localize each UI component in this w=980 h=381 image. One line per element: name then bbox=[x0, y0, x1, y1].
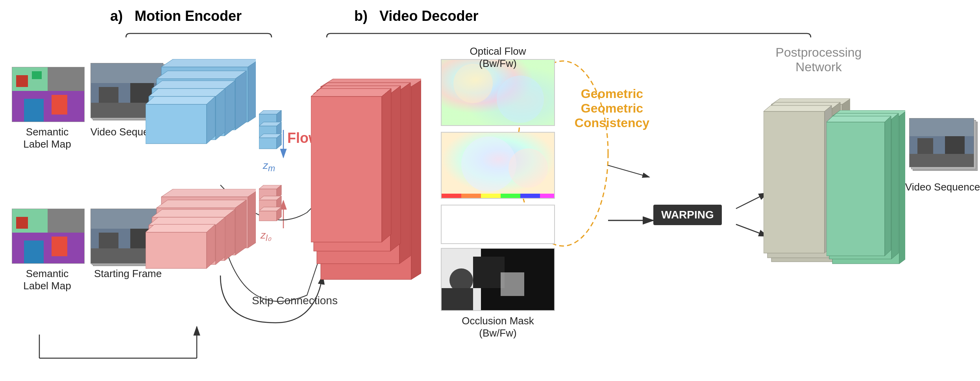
svg-rect-33 bbox=[52, 237, 67, 256]
svg-rect-109 bbox=[461, 194, 481, 199]
svg-rect-127 bbox=[764, 111, 825, 253]
semantic-label-map-top-image bbox=[12, 67, 85, 122]
svg-rect-118 bbox=[501, 272, 524, 296]
svg-marker-93 bbox=[399, 83, 410, 264]
svg-marker-77 bbox=[146, 224, 215, 232]
svg-rect-114 bbox=[442, 205, 555, 244]
diagram-container: { "title": "Architecture Diagram", "sect… bbox=[0, 0, 980, 381]
svg-marker-47 bbox=[152, 81, 235, 89]
svg-rect-52 bbox=[146, 104, 207, 144]
svg-rect-19 bbox=[24, 99, 44, 122]
svg-marker-135 bbox=[891, 113, 899, 259]
svg-marker-90 bbox=[411, 79, 421, 279]
occlusion-mask-bw bbox=[441, 248, 555, 311]
svg-rect-17 bbox=[48, 67, 85, 91]
postprocessing-green-blocks bbox=[827, 110, 905, 277]
svg-marker-128 bbox=[764, 105, 832, 111]
svg-rect-108 bbox=[442, 194, 461, 199]
svg-marker-99 bbox=[382, 89, 391, 242]
geometric-consistency-label: GeometricGeometric Consistency bbox=[573, 87, 651, 130]
zm-label: zm bbox=[263, 159, 275, 174]
svg-rect-18 bbox=[12, 91, 85, 122]
svg-marker-66 bbox=[248, 189, 256, 248]
section-b-label: b) Video Decoder bbox=[354, 8, 478, 24]
svg-rect-76 bbox=[146, 232, 207, 268]
svg-marker-53 bbox=[146, 96, 215, 104]
svg-rect-110 bbox=[481, 194, 501, 199]
svg-point-105 bbox=[461, 137, 516, 192]
zm-blocks-blue bbox=[259, 110, 283, 159]
svg-marker-51 bbox=[216, 89, 225, 140]
pink-encoder-blocks bbox=[146, 189, 256, 309]
optical-flow-label: Optical Flow(Bw/Fw) bbox=[437, 45, 559, 70]
svg-marker-41 bbox=[161, 59, 256, 67]
svg-marker-98 bbox=[311, 89, 391, 96]
svg-point-103 bbox=[497, 76, 544, 123]
svg-point-106 bbox=[508, 148, 548, 188]
svg-marker-71 bbox=[152, 209, 235, 217]
flow-decoder-blocks bbox=[311, 79, 421, 301]
svg-rect-113 bbox=[540, 194, 555, 199]
svg-rect-20 bbox=[52, 95, 67, 115]
occlusion-mask-blank bbox=[441, 205, 555, 244]
svg-marker-54 bbox=[207, 96, 215, 144]
zl0-label: zl₀ bbox=[261, 229, 271, 243]
svg-marker-74 bbox=[149, 217, 225, 225]
svg-marker-72 bbox=[225, 209, 235, 261]
svg-line-5 bbox=[736, 193, 767, 209]
svg-marker-44 bbox=[157, 71, 246, 79]
semantic-label-map-top-label: SemanticLabel Map bbox=[0, 126, 94, 150]
svg-marker-96 bbox=[390, 86, 401, 251]
occlusion-mask-label: Occlusion Mask(Bw/Fw) bbox=[433, 315, 563, 339]
svg-rect-34 bbox=[16, 217, 28, 229]
svg-rect-61 bbox=[259, 138, 277, 149]
svg-rect-31 bbox=[12, 233, 85, 264]
svg-marker-48 bbox=[225, 81, 235, 136]
svg-rect-111 bbox=[501, 194, 520, 199]
svg-rect-21 bbox=[16, 75, 28, 87]
svg-line-6 bbox=[736, 224, 767, 236]
svg-marker-78 bbox=[207, 224, 215, 268]
svg-rect-85 bbox=[259, 211, 277, 221]
semantic-label-map-bottom-label: SemanticLabel Map bbox=[0, 268, 94, 292]
zl0-blocks-pink bbox=[259, 185, 283, 230]
video-sequence-output-label: Video Sequence bbox=[903, 181, 980, 193]
semantic-label-map-bottom-image bbox=[12, 209, 85, 264]
svg-marker-69 bbox=[235, 200, 246, 255]
svg-marker-42 bbox=[248, 59, 256, 122]
svg-marker-137 bbox=[827, 116, 891, 122]
warping-box: WARPING bbox=[653, 205, 722, 225]
svg-marker-65 bbox=[161, 189, 256, 197]
svg-rect-120 bbox=[442, 288, 473, 311]
svg-point-102 bbox=[453, 64, 493, 103]
svg-rect-136 bbox=[827, 122, 885, 256]
svg-marker-45 bbox=[235, 71, 246, 130]
svg-rect-32 bbox=[24, 240, 44, 264]
svg-rect-143 bbox=[910, 154, 974, 167]
section-a-label: a) Motion Encoder bbox=[110, 8, 242, 24]
svg-marker-68 bbox=[157, 200, 246, 208]
svg-line-4 bbox=[608, 165, 649, 177]
svg-rect-112 bbox=[520, 194, 540, 199]
svg-rect-117 bbox=[473, 257, 505, 288]
skip-connections-label: Skip Connections bbox=[252, 294, 338, 307]
svg-rect-30 bbox=[48, 209, 85, 233]
blue-encoder-blocks bbox=[146, 59, 256, 187]
svg-marker-50 bbox=[149, 89, 225, 96]
svg-marker-75 bbox=[216, 217, 225, 264]
svg-marker-138 bbox=[885, 116, 891, 256]
svg-rect-97 bbox=[311, 96, 382, 242]
postprocessing-network-label: PostprocessingNetwork bbox=[764, 45, 874, 74]
svg-rect-22 bbox=[32, 71, 42, 79]
svg-rect-140 bbox=[910, 118, 974, 136]
optical-flow-image-2 bbox=[441, 132, 555, 199]
